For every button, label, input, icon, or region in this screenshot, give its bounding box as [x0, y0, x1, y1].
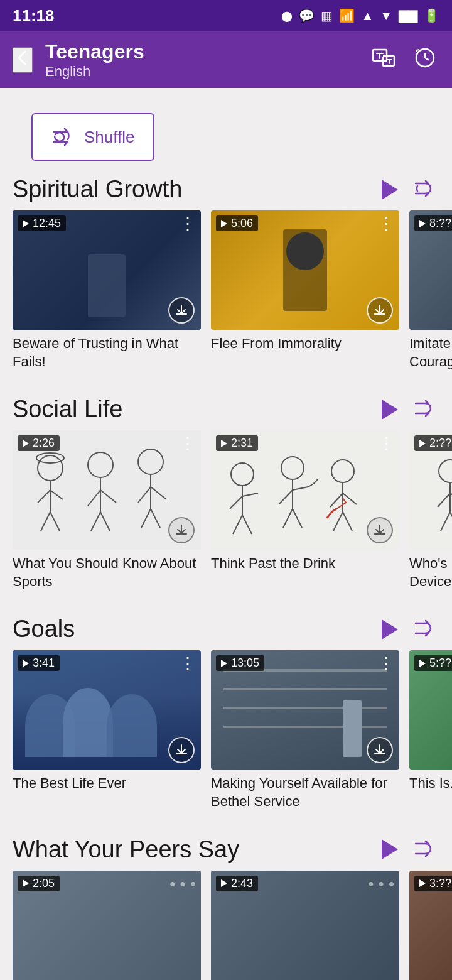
video-card-social-life-0[interactable]: 2:26 ⋮ What You Should Know About Sports — [13, 430, 201, 591]
svg-line-17 — [138, 487, 151, 503]
video-row-spiritual-growth: 12:45 ⋮ Beware of Trusting in What Fails… — [0, 210, 452, 381]
section-title-social-life: Social Life — [13, 396, 122, 423]
section-shuffle-button-social-life[interactable] — [412, 397, 439, 422]
section-header-social-life: Social Life — [0, 396, 452, 430]
svg-line-29 — [279, 490, 293, 504]
svg-line-25 — [233, 515, 242, 534]
svg-line-20 — [151, 509, 160, 528]
cast-icon: ▦ — [321, 8, 333, 23]
video-duration-peers-0: 2:05 — [18, 876, 60, 891]
shuffle-button[interactable]: Shuffle — [31, 113, 154, 161]
video-more-icon-peers-1[interactable]: • • • — [368, 876, 394, 892]
section-actions-social-life — [379, 397, 439, 422]
video-more-icon-0[interactable]: ⋮ — [180, 215, 196, 232]
svg-point-27 — [281, 457, 304, 479]
message-icon: 💬 — [299, 8, 315, 23]
section-play-button-peers[interactable] — [379, 837, 401, 862]
section-actions-peers — [379, 837, 439, 862]
notification-dot-icon: ⬤ — [281, 10, 293, 22]
video-card-spiritual-growth-0[interactable]: 12:45 ⋮ Beware of Trusting in What Fails… — [13, 210, 201, 371]
section-header-goals: Goals — [0, 616, 452, 650]
shuffle-icon-social-life — [414, 400, 437, 417]
svg-line-31 — [283, 509, 293, 528]
video-more-icon-bethel[interactable]: ⋮ — [378, 655, 394, 672]
video-card-social-life-2[interactable]: 2:?? Who's Device — [409, 430, 452, 591]
svg-line-37 — [333, 512, 343, 531]
video-more-icon-best-life[interactable]: ⋮ — [180, 655, 196, 672]
section-shuffle-button-spiritual-growth[interactable] — [412, 177, 439, 202]
svg-line-13 — [91, 512, 100, 531]
svg-line-41 — [438, 493, 450, 507]
video-more-icon-1[interactable]: ⋮ — [378, 215, 394, 232]
svg-line-12 — [100, 490, 116, 503]
section-shuffle-icon — [414, 180, 437, 197]
section-shuffle-button-goals[interactable] — [412, 617, 439, 641]
video-title-2: Imitate Courage — [409, 335, 452, 371]
play-triangle-icon — [382, 180, 398, 200]
video-duration-device: 2:?? — [414, 435, 452, 451]
translate-button[interactable] — [369, 43, 398, 77]
section-header-peers: What Your Peers Say — [0, 836, 452, 871]
svg-line-19 — [141, 509, 151, 528]
play-icon-goals — [382, 619, 398, 640]
video-card-social-life-1[interactable]: 2:31 ⋮ Think Past the Drink — [211, 430, 399, 591]
status-icons: ⬤ 💬 ▦ 📶 ▲ ▼ ▇▇ 🔋 — [281, 8, 439, 23]
svg-line-23 — [230, 496, 242, 509]
shuffle-icon-peers — [414, 840, 437, 858]
section-play-button-goals[interactable] — [379, 617, 401, 642]
video-card-goals-0[interactable]: 3:41 ⋮ The Best Life Ever — [13, 650, 201, 810]
video-card-spiritual-growth-2[interactable]: 8:?? Imitate Courage — [409, 210, 452, 371]
main-content: Shuffle Spiritual Growth — [0, 88, 452, 980]
svg-point-39 — [439, 460, 452, 482]
app-header: Teenagers English — [0, 31, 452, 88]
wifi-icon: ▼ — [380, 9, 392, 23]
signal-icon: ▲ — [361, 9, 374, 23]
video-download-icon-sports[interactable] — [168, 517, 195, 543]
video-thumbnail-goals-partial: 5:?? — [409, 650, 452, 770]
video-row-peers: 2:05 • • • 2:43 • • • — [0, 871, 452, 980]
video-card-peers-2[interactable]: 3:?? — [409, 871, 452, 980]
video-duration-bethel: 13:05 — [216, 655, 264, 671]
back-button[interactable] — [13, 47, 33, 73]
video-card-spiritual-growth-1[interactable]: 5:06 ⋮ Flee From Immorality — [211, 210, 399, 371]
video-thumbnail-peers-1: 2:43 • • • — [211, 871, 399, 980]
video-duration-0: 12:45 — [18, 215, 66, 231]
section-shuffle-button-peers[interactable] — [412, 837, 439, 862]
video-card-peers-1[interactable]: 2:43 • • • — [211, 871, 399, 980]
video-thumbnail-peers-2: 3:?? — [409, 871, 452, 980]
video-thumbnail-bethel: 13:05 ⋮ — [211, 650, 399, 770]
shuffle-label: Shuffle — [84, 128, 134, 147]
section-social-life: Social Life — [0, 396, 452, 601]
video-duration-peers-1: 2:43 — [216, 876, 258, 891]
video-card-goals-2[interactable]: 5:?? This Is... — [409, 650, 452, 810]
play-icon-peers — [382, 839, 398, 859]
video-more-icon-peers-0[interactable]: • • • — [170, 876, 196, 892]
video-title-drink: Think Past the Drink — [211, 555, 399, 573]
video-row-goals: 3:41 ⋮ The Best Life Ever — [0, 650, 452, 820]
video-duration-best-life: 3:41 — [18, 655, 60, 671]
video-more-icon-sports[interactable]: ⋮ — [180, 435, 196, 452]
section-title-spiritual-growth: Spiritual Growth — [13, 176, 182, 203]
history-button[interactable] — [411, 43, 439, 77]
mobile-signal-icon: ▇▇ — [399, 8, 417, 23]
svg-line-43 — [441, 512, 450, 531]
video-card-goals-1[interactable]: 13:05 ⋮ Making Yourself Available for Be… — [211, 650, 399, 810]
video-thumbnail-2: 8:?? — [409, 210, 452, 330]
shuffle-icon-goals — [414, 619, 437, 637]
video-download-icon-1[interactable] — [367, 297, 393, 324]
video-thumbnail-sports: 2:26 ⋮ — [13, 430, 201, 550]
video-duration-goals-partial: 5:?? — [414, 655, 452, 671]
section-play-button-spiritual-growth[interactable] — [379, 177, 401, 202]
video-download-icon-0[interactable] — [168, 297, 195, 324]
header-actions — [369, 43, 439, 77]
video-card-peers-0[interactable]: 2:05 • • • — [13, 871, 201, 980]
video-duration-2: 8:?? — [414, 215, 452, 231]
video-more-icon-drink[interactable]: ⋮ — [378, 435, 394, 452]
video-thumbnail-0: 12:45 ⋮ — [13, 210, 201, 330]
video-title-1: Flee From Immorality — [211, 335, 399, 353]
section-play-button-social-life[interactable] — [379, 397, 401, 422]
svg-line-35 — [330, 493, 343, 507]
section-title-goals: Goals — [13, 616, 75, 643]
video-download-icon-drink[interactable] — [367, 517, 393, 543]
section-spiritual-growth: Spiritual Growth — [0, 176, 452, 381]
